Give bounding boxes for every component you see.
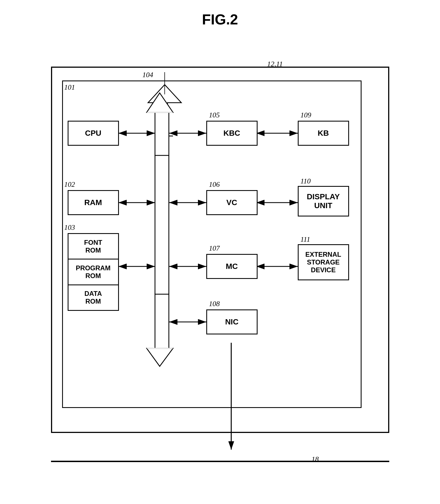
ram-box: RAM	[68, 190, 119, 215]
label-display: 110	[301, 177, 311, 185]
label-network: 18	[312, 455, 319, 463]
rom-group-box: FONTROM PROGRAMROM DATAROM	[68, 233, 119, 311]
label-ram: 102	[64, 180, 75, 189]
nic-box: NIC	[206, 309, 258, 334]
label-kb: 109	[301, 111, 311, 119]
figure-title: FIG.2	[202, 11, 238, 28]
label-external: 111	[301, 235, 310, 244]
display-unit-box: DISPLAY UNIT	[298, 186, 349, 216]
kb-box: KB	[298, 121, 349, 146]
label-bus: 104	[143, 71, 153, 79]
label-rom: 103	[64, 223, 75, 232]
network-line	[51, 461, 389, 462]
label-vc: 106	[209, 180, 220, 189]
program-rom-box: PROGRAMROM	[68, 259, 118, 285]
data-rom-box: DATAROM	[68, 285, 118, 310]
kbc-box: KBC	[206, 121, 258, 146]
label-mc: 107	[209, 244, 220, 253]
vc-box: VC	[206, 190, 258, 215]
cpu-box: CPU	[68, 121, 119, 146]
mc-box: MC	[206, 254, 258, 279]
label-inner: 101	[64, 83, 75, 92]
label-outer: 12,11	[267, 60, 283, 68]
label-kbc: 105	[209, 111, 220, 119]
external-storage-box: EXTERNAL STORAGE DEVICE	[298, 244, 349, 280]
font-rom-box: FONTROM	[68, 234, 118, 259]
label-nic: 108	[209, 300, 220, 308]
